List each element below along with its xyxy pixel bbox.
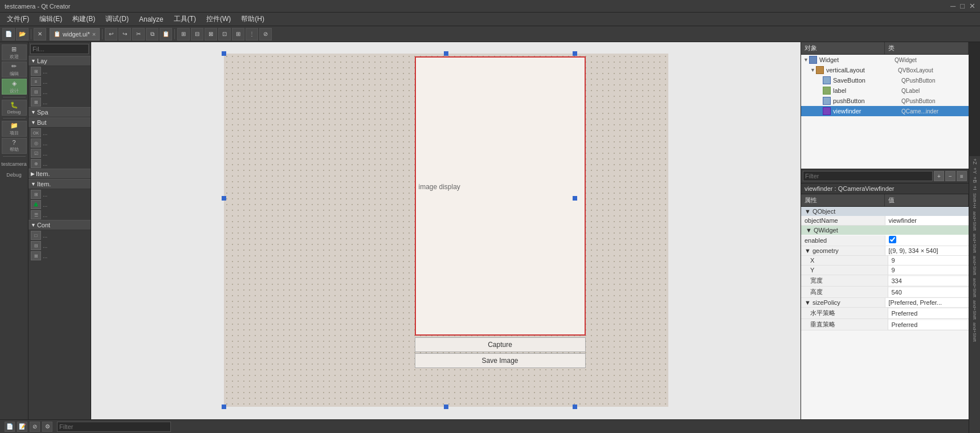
- widget-item-cont1[interactable]: □ ...: [28, 230, 91, 240]
- prop-row-sizepolicy[interactable]: ▼ sizePolicy [Preferred, Prefer...: [801, 298, 969, 308]
- group-item1[interactable]: ▶ Item.: [28, 169, 91, 179]
- right-filter-input[interactable]: [803, 171, 933, 181]
- tree-item-label[interactable]: label QLabel: [801, 85, 969, 96]
- geometry-val[interactable]: [(9, 9), 334 × 540]: [885, 246, 969, 255]
- prop-group-qobject[interactable]: ▼ QObject: [801, 207, 969, 216]
- shortcut-y[interactable]: +Y: [971, 166, 979, 175]
- bottom-icon4[interactable]: ⚙: [42, 422, 52, 432]
- close-btn[interactable]: ✕: [969, 2, 975, 10]
- shortcut-b[interactable]: +B: [971, 175, 979, 184]
- shortcut-and6[interactable]: and+Shift: [971, 321, 978, 343]
- widget-item-item2-2[interactable]: 🌲 ...: [28, 199, 91, 210]
- toolbar-layout-h[interactable]: ⊡: [218, 28, 231, 40]
- shortcut-shift-h[interactable]: Shift+H: [971, 192, 978, 209]
- shortcut-z[interactable]: +Z: [971, 157, 979, 166]
- toolbar-align-l[interactable]: ⊞: [177, 28, 190, 40]
- shortcut-and1[interactable]: and+Shift: [971, 210, 978, 232]
- handle-tm[interactable]: [444, 51, 448, 56]
- objectname-val[interactable]: viewfinder: [885, 216, 969, 225]
- widget-item-btn2[interactable]: ◎ ...: [28, 138, 91, 148]
- help-btn[interactable]: ? 帮助: [2, 138, 27, 154]
- tree-item-pushbutton[interactable]: pushButton QPushButton: [801, 96, 969, 106]
- handle-tr[interactable]: [573, 51, 577, 56]
- handle-bm[interactable]: [444, 405, 448, 409]
- tree-item-viewfinder[interactable]: viewfinder QCame...inder: [801, 106, 969, 116]
- bottom-icon2[interactable]: 📝: [17, 422, 27, 432]
- tree-item-vlayout[interactable]: ▼ verticalLayout QVBoxLayout: [801, 65, 969, 75]
- menu-tools[interactable]: 工具(T): [169, 13, 201, 25]
- menu-build[interactable]: 构建(B): [68, 13, 100, 25]
- edit-btn[interactable]: ✏ 编辑: [2, 62, 27, 77]
- y-val[interactable]: 9: [888, 265, 969, 275]
- handle-mr[interactable]: [573, 196, 577, 201]
- minimize-btn[interactable]: ─: [950, 2, 956, 10]
- widget-item-layout4[interactable]: ⊠ ...: [28, 97, 91, 107]
- shortcut-and5[interactable]: and+Shift: [971, 299, 978, 321]
- toolbar-copy[interactable]: ⧉: [146, 28, 158, 40]
- welcome-btn[interactable]: ⊞ 欢迎: [2, 44, 27, 60]
- prop-row-hpolicy[interactable]: 水平策略 Preferred: [801, 308, 969, 319]
- enabled-val[interactable]: [885, 235, 969, 246]
- menu-help[interactable]: 帮助(H): [236, 13, 269, 25]
- widget-item-btn3[interactable]: ☑ ...: [28, 148, 91, 158]
- canvas-area[interactable]: image display Capture Save Image: [91, 42, 801, 419]
- shortcut-i[interactable]: +I: [971, 185, 979, 191]
- toolbar-open[interactable]: 📂: [16, 28, 28, 40]
- bottom-icon3[interactable]: ⊘: [30, 422, 40, 432]
- menu-file[interactable]: 文件(F): [2, 13, 34, 25]
- toolbar-close[interactable]: ✕: [34, 28, 46, 40]
- design-btn[interactable]: ◈ 设计: [2, 79, 27, 95]
- menu-widgets[interactable]: 控件(W): [202, 13, 235, 25]
- file-tab-close[interactable]: ×: [92, 31, 96, 38]
- widget-item-layout2[interactable]: ≡ ...: [28, 76, 91, 87]
- toolbar-align-r[interactable]: ⊠: [205, 28, 217, 40]
- widget-filter-input[interactable]: [30, 44, 89, 54]
- prop-row-vpolicy[interactable]: 垂直策略 Preferred: [801, 319, 969, 330]
- shortcut-and3[interactable]: and+Shift: [971, 255, 978, 276]
- group-buttons[interactable]: ▼ But: [28, 117, 91, 128]
- prop-row-enabled[interactable]: enabled: [801, 235, 969, 246]
- menu-analyze[interactable]: Analyze: [134, 14, 168, 24]
- toolbar-redo[interactable]: ↪: [119, 28, 131, 40]
- project-btn[interactable]: 📁 项目: [2, 121, 27, 137]
- viewfinder-widget[interactable]: image display: [415, 56, 586, 336]
- width-val[interactable]: 334: [888, 276, 969, 285]
- widget-item-btn4[interactable]: ⊕ ...: [28, 158, 91, 169]
- toolbar-new[interactable]: 📄: [2, 28, 15, 40]
- prop-row-x[interactable]: X 9: [801, 256, 969, 265]
- filter-add-btn[interactable]: +: [934, 171, 944, 181]
- bottom-icon1[interactable]: 📄: [5, 422, 15, 432]
- toolbar-paste[interactable]: 📋: [160, 28, 172, 40]
- menu-edit[interactable]: 编辑(E): [35, 13, 67, 25]
- handle-ml[interactable]: [222, 196, 226, 201]
- widget-item-item2-1[interactable]: ⊞ ...: [28, 189, 91, 199]
- debug-mode-btn[interactable]: 🐛 Debug: [2, 100, 27, 116]
- toolbar-align-c[interactable]: ⊟: [191, 28, 203, 40]
- filter-remove-btn[interactable]: −: [945, 171, 956, 181]
- widget-item-layout3[interactable]: ⊟ ...: [28, 87, 91, 97]
- widget-item-cont3[interactable]: ⊠ ...: [28, 251, 91, 261]
- handle-tl[interactable]: [222, 51, 226, 56]
- toolbar-layout-v[interactable]: ⊞: [232, 28, 244, 40]
- enabled-checkbox[interactable]: [889, 236, 896, 243]
- capture-button[interactable]: Capture: [415, 337, 586, 352]
- file-tab[interactable]: 📋 widget.ui* ×: [50, 28, 100, 40]
- prop-row-y[interactable]: Y 9: [801, 265, 969, 275]
- widget-item-layout1[interactable]: ⊞ ...: [28, 66, 91, 76]
- filter-more-btn[interactable]: ≡: [957, 171, 967, 181]
- toolbar-undo[interactable]: ↩: [105, 28, 117, 40]
- bottom-filter-input[interactable]: [57, 422, 171, 432]
- group-layouts[interactable]: ▼ Lay: [28, 56, 91, 66]
- handle-br[interactable]: [573, 405, 577, 409]
- shortcut-and2[interactable]: and+Shift: [971, 232, 978, 254]
- maximize-btn[interactable]: □: [960, 2, 965, 10]
- group-spacers[interactable]: ▼ Spa: [28, 107, 91, 117]
- group-containers[interactable]: ▼ Cont: [28, 220, 91, 230]
- widget-item-btn1[interactable]: OK ...: [28, 128, 91, 138]
- handle-bl[interactable]: [222, 405, 226, 409]
- prop-row-objectname[interactable]: objectName viewfinder: [801, 216, 969, 226]
- widget-item-item2-3[interactable]: ☰ ...: [28, 210, 91, 220]
- menu-debug[interactable]: 调试(D): [101, 13, 133, 25]
- save-image-button[interactable]: Save Image: [415, 353, 586, 368]
- vpolicy-val[interactable]: Preferred: [888, 320, 969, 329]
